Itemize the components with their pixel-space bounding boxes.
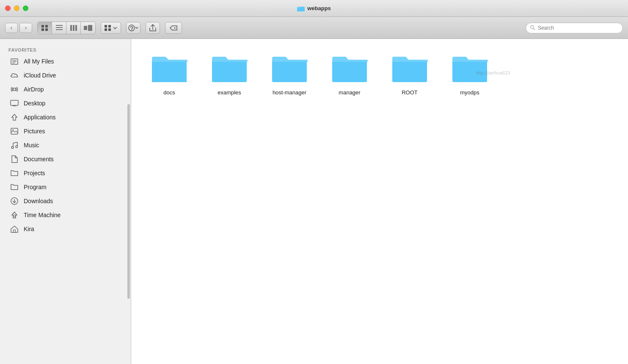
sidebar-item-desktop[interactable]: Desktop [2, 97, 129, 110]
svg-point-36 [14, 215, 16, 217]
icloud-icon [10, 71, 19, 80]
svg-rect-17 [108, 28, 111, 31]
svg-rect-38 [152, 60, 187, 82]
applications-icon [10, 113, 19, 121]
sidebar-item-program[interactable]: Program [2, 180, 129, 194]
title-folder-icon [297, 6, 305, 11]
svg-point-34 [16, 146, 18, 148]
sidebar-scrollbar[interactable] [127, 104, 130, 299]
svg-rect-15 [108, 25, 111, 28]
svg-rect-8 [56, 29, 63, 30]
view-controls [37, 22, 96, 34]
svg-point-18 [129, 25, 135, 31]
main-area: Favorites All My Files iCloud Drive AirD… [0, 39, 628, 364]
arrange-button[interactable] [101, 22, 121, 34]
svg-rect-37 [14, 230, 16, 232]
folder-host-manager-icon [270, 52, 308, 86]
svg-point-19 [132, 29, 132, 30]
sidebar-label-projects: Projects [24, 170, 45, 176]
svg-point-33 [11, 146, 14, 149]
sidebar-label-downloads: Downloads [24, 198, 53, 204]
svg-rect-42 [392, 60, 427, 82]
airdrop-icon [10, 85, 19, 94]
svg-rect-12 [84, 26, 87, 30]
svg-rect-28 [11, 100, 18, 105]
downloads-icon [10, 197, 19, 205]
favorites-header: Favorites [0, 44, 131, 54]
sidebar-item-music[interactable]: Music [2, 138, 129, 152]
sidebar-item-projects[interactable]: Projects [2, 166, 129, 180]
folder-examples[interactable]: examples [201, 49, 257, 99]
sidebar-label-documents: Documents [24, 156, 54, 163]
tag-button[interactable] [165, 22, 182, 34]
folder-manager[interactable]: manager [322, 49, 377, 99]
back-button[interactable]: ‹ [5, 23, 18, 33]
folder-manager-name: manager [339, 89, 360, 96]
maximize-button[interactable] [23, 6, 28, 11]
svg-rect-31 [11, 128, 18, 134]
folder-docs-icon [150, 52, 188, 86]
folder-docs-name: docs [163, 89, 175, 96]
svg-rect-16 [105, 28, 107, 31]
svg-rect-7 [56, 27, 63, 28]
sidebar-label-program: Program [24, 184, 47, 190]
icon-view-button[interactable] [38, 22, 52, 34]
search-box[interactable] [526, 22, 623, 33]
sidebar-item-kira[interactable]: Kira [2, 222, 129, 236]
sidebar-item-time-machine[interactable]: Time Machine [2, 208, 129, 222]
close-button[interactable] [5, 6, 11, 11]
music-icon [10, 141, 19, 149]
svg-rect-9 [70, 25, 72, 31]
svg-rect-39 [212, 60, 247, 82]
svg-rect-3 [45, 25, 48, 28]
sidebar-item-airdrop[interactable]: AirDrop [2, 83, 129, 96]
svg-rect-40 [272, 60, 307, 82]
search-icon [530, 25, 535, 30]
nav-buttons: ‹ › [5, 23, 32, 33]
all-my-files-icon [10, 57, 19, 66]
traffic-lights [5, 6, 28, 11]
svg-rect-5 [45, 28, 48, 31]
folder-host-manager-name: host-manager [273, 89, 306, 96]
sidebar-item-downloads[interactable]: Downloads [2, 194, 129, 208]
projects-icon [10, 169, 19, 177]
cover-view-button[interactable] [81, 22, 95, 34]
folder-examples-name: examples [218, 89, 241, 96]
svg-rect-1 [297, 7, 300, 8]
folder-host-manager[interactable]: host-manager [262, 49, 317, 99]
sidebar-label-icloud-drive: iCloud Drive [24, 72, 56, 79]
title-bar: webapps [0, 0, 628, 17]
svg-rect-2 [41, 25, 44, 28]
sidebar-item-icloud-drive[interactable]: iCloud Drive [2, 69, 129, 82]
search-input[interactable] [538, 25, 618, 31]
folder-root[interactable]: ROOT [382, 49, 438, 99]
column-view-button[interactable] [66, 22, 81, 34]
svg-rect-6 [56, 25, 63, 26]
sidebar-label-airdrop: AirDrop [24, 86, 44, 93]
folder-myodps-name: myodps [460, 89, 479, 96]
svg-point-21 [531, 25, 534, 28]
sidebar-item-all-my-files[interactable]: All My Files [2, 55, 129, 68]
list-view-button[interactable] [52, 22, 66, 34]
sidebar-label-all-my-files: All My Files [24, 58, 54, 65]
documents-icon [10, 155, 19, 163]
minimize-button[interactable] [14, 6, 19, 11]
svg-line-22 [534, 28, 535, 30]
sidebar-label-desktop: Desktop [24, 100, 45, 107]
folder-root-name: ROOT [402, 89, 418, 96]
sidebar-label-kira: Kira [24, 226, 34, 232]
sidebar-item-documents[interactable]: Documents [2, 152, 129, 166]
sidebar-item-applications[interactable]: Applications [2, 110, 129, 124]
window-title: webapps [297, 5, 331, 11]
folder-myodps[interactable]: myodps http://jianhua623 [442, 49, 498, 99]
folder-docs[interactable]: docs [141, 49, 197, 99]
sidebar-item-pictures[interactable]: Pictures [2, 124, 129, 138]
folder-root-icon [391, 52, 429, 86]
svg-point-20 [174, 27, 176, 28]
forward-button[interactable]: › [19, 23, 32, 33]
folder-myodps-icon [451, 52, 489, 86]
program-icon [10, 183, 19, 191]
svg-point-27 [13, 88, 16, 91]
action-button[interactable] [126, 22, 140, 34]
share-button[interactable] [146, 22, 160, 34]
